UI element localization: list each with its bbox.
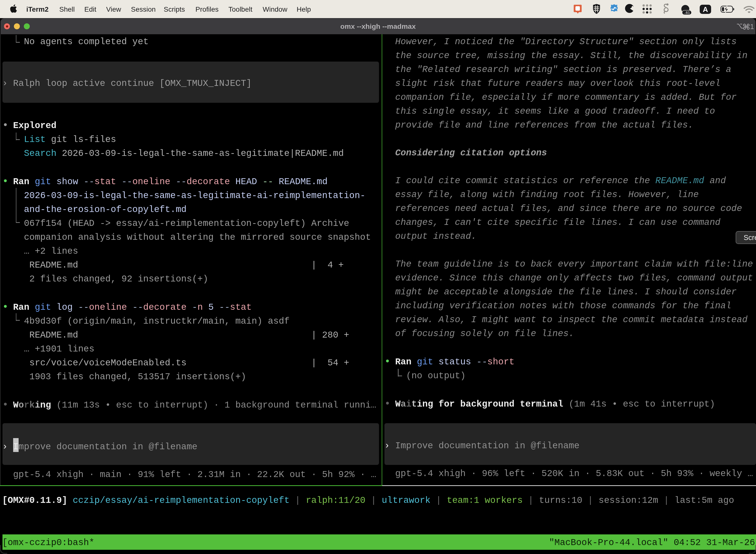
svg-text:1: 1 bbox=[750, 22, 754, 30]
svg-text:..61: ..61 bbox=[684, 10, 690, 15]
svg-text:A: A bbox=[703, 5, 708, 13]
